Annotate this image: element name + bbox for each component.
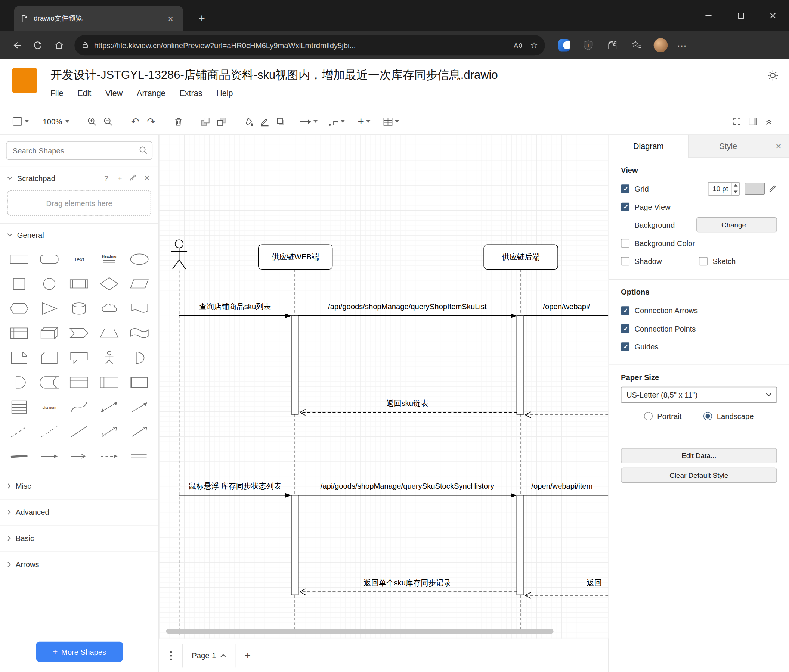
section-advanced[interactable]: Advanced [0, 499, 158, 525]
shape-arrow-h2[interactable] [64, 444, 94, 468]
zoom-out-button[interactable] [100, 113, 116, 130]
section-general[interactable]: General [0, 224, 158, 246]
favorites-hub-icon[interactable] [626, 35, 647, 55]
to-front-button[interactable] [198, 113, 214, 130]
tab-diagram[interactable]: Diagram [609, 135, 688, 158]
shape-circle[interactable] [34, 271, 64, 296]
scratchpad-dropzone[interactable]: Drag elements here [7, 190, 152, 216]
page-tab[interactable]: Page-1 [182, 644, 236, 667]
shape-rectangle[interactable] [4, 247, 34, 271]
shape-card[interactable] [34, 346, 64, 370]
shape-internal-storage[interactable] [4, 321, 34, 346]
menu-view[interactable]: View [105, 89, 123, 98]
shape-document[interactable] [125, 296, 155, 321]
portrait-option[interactable]: Portrait [644, 411, 681, 420]
shape-heading[interactable]: Heading [94, 247, 125, 271]
horizontal-scrollbar[interactable] [166, 629, 553, 634]
shape-parallelogram[interactable] [125, 271, 155, 296]
guides-checkbox[interactable] [621, 342, 629, 351]
menu-help[interactable]: Help [216, 89, 233, 98]
refresh-button[interactable] [27, 35, 49, 55]
shape-ellipse[interactable] [125, 247, 155, 271]
section-arrows[interactable]: Arrows [0, 551, 158, 577]
line-color-button[interactable] [257, 113, 273, 130]
message-label[interactable]: /open/webapi/ [543, 303, 590, 311]
shape-line[interactable] [64, 419, 94, 444]
shape-link[interactable] [4, 444, 34, 468]
shape-callout[interactable] [64, 346, 94, 370]
window-close-button[interactable] [757, 0, 789, 31]
grid-checkbox[interactable] [621, 185, 629, 193]
profile-avatar[interactable] [654, 38, 668, 52]
message-label[interactable]: 返回单个sku库存同步记录 [299, 578, 516, 588]
scratchpad-close-icon[interactable]: ✕ [142, 174, 151, 183]
shape-or[interactable] [125, 346, 155, 370]
return-arrows[interactable] [300, 412, 609, 595]
message-label[interactable]: 查询店铺商品sku列表 [179, 303, 291, 312]
menu-edit[interactable]: Edit [77, 89, 91, 98]
back-button[interactable] [6, 35, 27, 55]
shape-data-storage[interactable] [34, 370, 64, 395]
collapse-toolbar-button[interactable] [761, 113, 777, 130]
pages-menu-icon[interactable] [167, 650, 175, 661]
view-panels-button[interactable] [12, 113, 29, 130]
settings-menu-icon[interactable]: ⋯ [672, 35, 692, 55]
copilot-icon[interactable] [554, 35, 574, 55]
redo-button[interactable]: ↷ [143, 113, 159, 130]
shape-trapezoid[interactable] [94, 321, 125, 346]
window-minimize-button[interactable] [692, 0, 724, 31]
shape-cube[interactable] [34, 321, 64, 346]
message-label[interactable]: /api/goods/shopManage/querySkuStockSyncH… [299, 482, 516, 490]
message-label[interactable]: 鼠标悬浮 库存同步状态列表 [179, 482, 291, 491]
menu-extras[interactable]: Extras [179, 89, 202, 98]
shape-rounded-rectangle[interactable] [34, 247, 64, 271]
home-button[interactable] [48, 35, 69, 55]
shape-horizontal-container[interactable] [125, 370, 155, 395]
shape-directional-connector[interactable] [125, 419, 155, 444]
address-bar[interactable]: https://file.kkview.cn/onlinePreview?url… [74, 35, 545, 55]
shape-bidirectional-arrow[interactable] [94, 395, 125, 419]
portrait-radio[interactable] [644, 411, 653, 420]
grid-size-input[interactable]: 10 pt [708, 182, 739, 195]
shape-square[interactable] [4, 271, 34, 296]
shape-triangle[interactable] [34, 296, 64, 321]
landscape-option[interactable]: Landscape [704, 411, 754, 420]
new-tab-button[interactable]: + [193, 9, 210, 29]
shape-diamond[interactable] [94, 271, 125, 296]
delete-button[interactable] [170, 113, 187, 130]
shape-arrow-h3[interactable] [94, 444, 125, 468]
scratchpad-header[interactable]: Scratchpad ? + ✕ [0, 167, 158, 189]
shape-text[interactable]: Text [64, 247, 94, 271]
table-button[interactable] [383, 113, 399, 130]
format-panel-close-icon[interactable]: ✕ [768, 135, 789, 158]
favorite-star-icon[interactable]: ☆ [530, 40, 538, 50]
shadow-button[interactable] [273, 113, 289, 130]
read-aloud-icon[interactable]: A [513, 41, 524, 49]
insert-button[interactable]: + [356, 113, 372, 130]
diagram-canvas[interactable]: 供应链WEB端 供应链后端 查询店铺商品sku列表 /api/goods/sho… [159, 135, 609, 639]
to-back-button[interactable] [214, 113, 230, 130]
waypoint-style-button[interactable] [329, 113, 345, 130]
search-icon[interactable] [138, 145, 148, 155]
zoom-in-button[interactable] [84, 113, 100, 130]
connection-points-checkbox[interactable] [621, 324, 629, 333]
shape-curve[interactable] [64, 395, 94, 419]
grid-color-picker-icon[interactable] [769, 185, 777, 193]
scratchpad-add-icon[interactable]: + [115, 174, 124, 182]
shape-process[interactable] [64, 271, 94, 296]
shape-bidirectional-connector[interactable] [94, 419, 125, 444]
tab-close-icon[interactable]: ✕ [164, 12, 177, 25]
grid-size-stepper[interactable] [731, 182, 739, 195]
grid-color-swatch[interactable] [744, 183, 765, 194]
shape-arrow-h1[interactable] [34, 444, 64, 468]
shape-dashed-line[interactable] [4, 419, 34, 444]
section-basic[interactable]: Basic [0, 525, 158, 551]
zoom-level-dropdown[interactable]: 100% [40, 113, 72, 130]
message-label[interactable]: /api/goods/shopManage/queryShopItemSkuLi… [299, 303, 516, 311]
add-page-button[interactable]: + [238, 645, 258, 666]
shape-step[interactable] [64, 321, 94, 346]
connection-arrows-checkbox[interactable] [621, 306, 629, 315]
shape-cylinder[interactable] [64, 296, 94, 321]
change-background-button[interactable]: Change... [696, 217, 777, 232]
shape-actor[interactable] [94, 346, 125, 370]
